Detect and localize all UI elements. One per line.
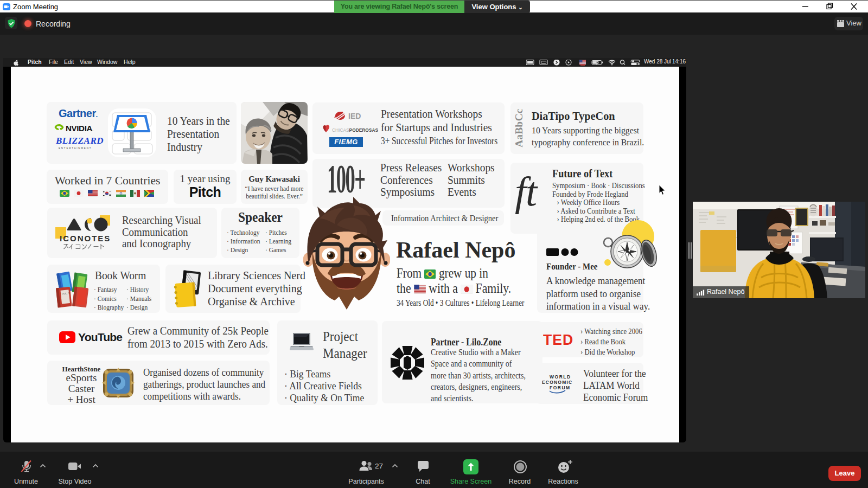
svg-text:FORUM: FORUM [550, 385, 571, 390]
svg-text:ECONOMIC: ECONOMIC [542, 380, 572, 385]
svg-text:ICONOTES: ICONOTES [60, 234, 111, 243]
svg-text:WORLD: WORLD [550, 374, 571, 380]
